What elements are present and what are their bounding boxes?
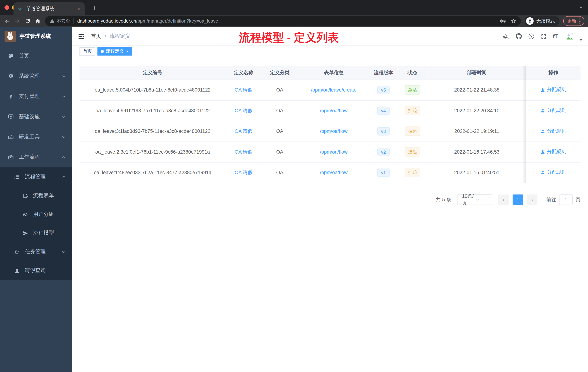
assign-rule-link[interactable]: 分配规则 xyxy=(540,169,566,176)
avatar[interactable] xyxy=(563,30,577,43)
form-link[interactable]: /bpm/oa/flow xyxy=(320,108,348,113)
help-icon[interactable] xyxy=(528,33,535,40)
monitor-icon xyxy=(8,114,14,120)
form-link[interactable]: /bpm/oa/flow xyxy=(320,170,348,175)
person-icon xyxy=(13,268,20,274)
definition-name-link[interactable]: OA 请假 xyxy=(235,128,252,134)
tab-search-chevron-icon[interactable] xyxy=(578,5,583,11)
assign-rule-link[interactable]: 分配规则 xyxy=(540,128,566,134)
sidebar-collapse-icon[interactable] xyxy=(78,33,85,40)
assign-rule-link[interactable]: 分配规则 xyxy=(540,107,566,114)
status-badge: 挂起 xyxy=(405,168,420,177)
sidebar-item-workflow[interactable]: 工作流程 xyxy=(0,147,72,167)
goto-page-input[interactable] xyxy=(559,194,573,205)
security-label: 不安全 xyxy=(57,18,70,24)
sidebar-item-user-group[interactable]: 用户分组 xyxy=(0,205,72,224)
chevron-down-icon xyxy=(62,114,66,119)
tag-close-icon[interactable]: × xyxy=(126,49,128,54)
cell-category: OA xyxy=(262,79,298,100)
app-navbar: 首页 / 流程定义 流程模型 - 定义列表 xyxy=(72,27,588,46)
assign-rule-link[interactable]: 分配规则 xyxy=(540,148,566,155)
gear-icon xyxy=(8,73,14,79)
pagination-total: 共 5 条 xyxy=(436,196,451,203)
sidebar-logo[interactable]: 芋道管理系统 xyxy=(0,27,72,46)
incognito-label: 无痕模式 xyxy=(536,18,555,24)
breadcrumb-home[interactable]: 首页 xyxy=(91,33,101,40)
prev-page-button[interactable]: ‹ xyxy=(498,194,509,205)
omnibox-divider xyxy=(74,18,74,24)
home-button[interactable] xyxy=(32,16,43,26)
back-button[interactable] xyxy=(2,16,12,26)
goto-suffix-label: 页 xyxy=(576,196,580,203)
tag-home[interactable]: 首页 xyxy=(79,47,95,55)
tags-view-bar: 首页 流程定义 × xyxy=(72,46,588,57)
sidebar-item-label: 流程管理 xyxy=(25,174,46,180)
sidebar-item-process-management[interactable]: 流程管理 xyxy=(0,167,72,186)
github-icon[interactable] xyxy=(515,33,522,40)
cell-category: OA xyxy=(262,121,298,142)
definition-name-link[interactable]: OA 请假 xyxy=(235,149,252,154)
active-dot-icon xyxy=(101,50,104,53)
form-edit-icon xyxy=(22,193,29,198)
sidebar-item-home[interactable]: 首页 xyxy=(0,46,72,66)
tab-close-icon[interactable]: × xyxy=(76,6,81,11)
security-warning-icon[interactable] xyxy=(50,18,55,24)
bookmark-star-icon[interactable] xyxy=(510,18,516,24)
forward-button[interactable] xyxy=(12,16,22,26)
kebab-menu-icon[interactable] xyxy=(579,18,580,24)
tag-process-definition[interactable]: 流程定义 × xyxy=(97,47,132,55)
sidebar-item-label: 流程模型 xyxy=(33,230,54,236)
form-link[interactable]: /bpm/oa/flow xyxy=(320,149,348,155)
reload-button[interactable] xyxy=(22,16,33,26)
sidebar-item-infrastructure[interactable]: 基础设施 xyxy=(0,107,72,127)
page-size-select[interactable]: 10条/页 xyxy=(457,194,492,205)
sidebar-item-system[interactable]: 系统管理 xyxy=(0,66,72,86)
address-bar[interactable]: 不安全 dashboard.yudao.iocoder.cn/bpm/manag… xyxy=(45,16,521,26)
cell-definition-id: oa_leave:4:991f2193-7b7f-11ec-a3c8-acde4… xyxy=(79,100,226,121)
url-text: dashboard.yudao.iocoder.cn/bpm/manager/d… xyxy=(77,18,218,24)
next-page-button[interactable]: › xyxy=(527,194,537,205)
col-definition-category: 定义分类 xyxy=(262,66,298,79)
sidebar-item-process-model[interactable]: 流程模型 xyxy=(0,224,72,242)
fullscreen-icon[interactable] xyxy=(541,33,547,40)
breadcrumb: 首页 / 流程定义 xyxy=(91,33,130,40)
browser-tabstrip: 芋道管理系统 × + xyxy=(0,0,588,15)
yen-icon: ¥ xyxy=(8,93,14,100)
browser-menu-update-button[interactable]: 更新 xyxy=(563,16,584,26)
sidebar-item-dev-tools[interactable]: 研发工具 xyxy=(0,127,72,147)
chevron-right-icon: › xyxy=(531,196,533,203)
page-content: 定义编号 定义名称 定义分类 表单信息 流程版本 状态 部署时间 操作 xyxy=(72,57,588,372)
window-close-button[interactable] xyxy=(5,5,9,10)
form-link[interactable]: /bpm/oa/flow xyxy=(320,128,348,134)
avatar-caret-down-icon[interactable]: ▾ xyxy=(580,37,582,42)
update-label: 更新 xyxy=(567,18,577,24)
sidebar-item-task-management[interactable]: 任务管理 xyxy=(0,242,72,261)
cell-definition-id: oa_leave:5:004b710b-7b8a-11ec-8ef0-acde4… xyxy=(79,79,226,100)
col-definition-name: 定义名称 xyxy=(226,66,262,79)
dashboard-icon xyxy=(8,53,14,59)
browser-tab[interactable]: 芋道管理系统 × xyxy=(13,2,85,15)
password-key-icon[interactable] xyxy=(500,18,506,24)
definition-name-link[interactable]: OA 请假 xyxy=(235,169,252,175)
assign-rule-link[interactable]: 分配规则 xyxy=(540,87,566,93)
page-number-button[interactable]: 1 xyxy=(513,194,523,205)
font-size-icon[interactable]: tT xyxy=(553,33,557,40)
form-link[interactable]: /bpm/oa/leave/create xyxy=(311,87,356,93)
cell-deploy-time: 2022-01-22 19:19:11 xyxy=(428,121,526,142)
sidebar-item-payment[interactable]: ¥ 支付管理 xyxy=(0,86,72,107)
sidebar-item-process-form[interactable]: 流程表单 xyxy=(0,186,72,205)
cell-category: OA xyxy=(262,142,298,162)
search-icon[interactable] xyxy=(503,33,510,40)
sidebar-item-leave-query[interactable]: 请假查询 xyxy=(0,261,72,280)
sidebar-item-label: 支付管理 xyxy=(19,93,40,100)
table-row: oa_leave:5:004b710b-7b8a-11ec-8ef0-acde4… xyxy=(79,79,580,100)
cell-category: OA xyxy=(262,162,298,183)
workflow-submenu: 流程管理 流程表单 xyxy=(0,167,72,280)
table-row: oa_leave:2:3c1f0ef1-76b1-11ec-9c66-a2380… xyxy=(79,142,580,162)
new-tab-button[interactable]: + xyxy=(89,2,100,13)
definition-name-link[interactable]: OA 请假 xyxy=(235,108,252,113)
definition-name-link[interactable]: OA 请假 xyxy=(235,87,252,92)
sidebar-item-label: 基础设施 xyxy=(19,113,40,120)
status-badge: 挂起 xyxy=(405,147,420,157)
sidebar-item-label: 研发工具 xyxy=(19,134,40,140)
